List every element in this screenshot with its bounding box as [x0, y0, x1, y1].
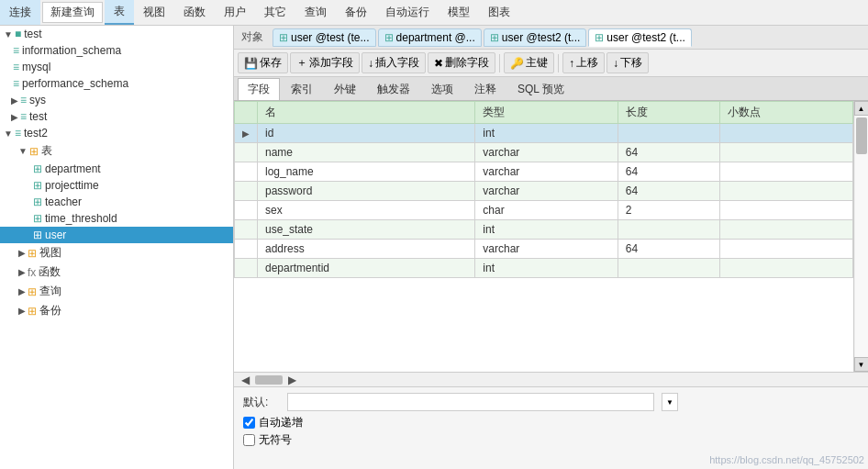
scroll-down-arrow[interactable]: ▼	[854, 357, 869, 372]
field-type-cell[interactable]: char	[475, 201, 618, 220]
field-length-cell[interactable]: 64	[618, 240, 720, 259]
move-down-button[interactable]: ↓ 下移	[606, 52, 649, 73]
auto-increment-checkbox[interactable]	[243, 417, 255, 429]
obj-tab-1[interactable]: ⊞ user @test (te...	[273, 28, 376, 47]
tab-indexes[interactable]: 索引	[281, 78, 323, 100]
field-length-cell[interactable]: 2	[618, 201, 720, 220]
move-up-button[interactable]: ↑ 上移	[562, 52, 605, 73]
menu-query[interactable]: 查询	[295, 0, 336, 25]
field-decimal-cell[interactable]	[720, 201, 853, 220]
obj-tab-4[interactable]: ⊞ user @test2 (t...	[588, 28, 692, 47]
primary-key-button[interactable]: 🔑 主键	[504, 52, 554, 73]
field-name-cell[interactable]: sex	[258, 201, 475, 220]
scroll-up-arrow[interactable]: ▲	[854, 101, 869, 116]
sidebar-item-test-inner[interactable]: ▶ ≡ test	[0, 108, 233, 125]
scroll-thumb[interactable]	[856, 117, 867, 154]
field-decimal-cell[interactable]	[720, 143, 853, 162]
sidebar-item-projecttime[interactable]: ⊞ projecttime	[0, 177, 233, 194]
tab-triggers[interactable]: 触发器	[367, 78, 420, 100]
sidebar-item-department[interactable]: ⊞ department	[0, 161, 233, 177]
field-type-cell[interactable]: int	[475, 220, 618, 240]
obj-tab-2[interactable]: ⊞ department @...	[378, 28, 482, 47]
menu-view[interactable]: 视图	[134, 0, 174, 25]
field-name-cell[interactable]: password	[258, 182, 475, 201]
default-dropdown-btn[interactable]: ▼	[662, 393, 678, 411]
field-length-cell[interactable]	[618, 259, 720, 278]
query-icon: ⊞	[28, 285, 37, 298]
table-row[interactable]: password varchar 64	[235, 182, 853, 201]
table-row[interactable]: address varchar 64	[235, 240, 853, 259]
sidebar-item-sys[interactable]: ▶ ≡ sys	[0, 92, 233, 108]
field-type-cell[interactable]: int	[475, 124, 618, 143]
field-decimal-cell[interactable]	[720, 220, 853, 240]
obj-tab-3[interactable]: ⊞ user @test2 (t...	[484, 28, 587, 47]
save-button[interactable]: 💾 保存	[238, 52, 288, 73]
field-type-cell[interactable]: varchar	[475, 143, 618, 162]
sidebar-item-test-root[interactable]: ▼ ■ test	[0, 26, 233, 42]
field-decimal-cell[interactable]	[720, 259, 853, 278]
field-length-cell[interactable]	[618, 124, 720, 143]
field-name-cell[interactable]: log_name	[258, 162, 475, 182]
field-decimal-cell[interactable]	[720, 162, 853, 182]
sidebar-item-test2[interactable]: ▼ ≡ test2	[0, 125, 233, 141]
hscroll-right-btn[interactable]: ▶	[284, 374, 300, 386]
hscroll-thumb[interactable]	[255, 375, 283, 385]
menu-function[interactable]: 函数	[174, 0, 215, 25]
sidebar-folder-backups[interactable]: ▶ ⊞ 备份	[0, 301, 233, 320]
field-length-cell[interactable]: 64	[618, 182, 720, 201]
field-length-cell[interactable]	[618, 220, 720, 240]
add-field-button[interactable]: ＋ 添加字段	[290, 52, 360, 73]
tab-options[interactable]: 选项	[421, 78, 463, 100]
field-type-cell[interactable]: varchar	[475, 162, 618, 182]
table-row[interactable]: ▶ id int	[235, 124, 853, 143]
sidebar-item-information-schema[interactable]: ≡ information_schema	[0, 42, 233, 59]
unsigned-checkbox[interactable]	[243, 434, 255, 446]
field-length-cell[interactable]: 64	[618, 143, 720, 162]
sidebar-item-mysql[interactable]: ≡ mysql	[0, 59, 233, 75]
table-row[interactable]: name varchar 64	[235, 143, 853, 162]
field-type-cell[interactable]: int	[475, 259, 618, 278]
menu-table[interactable]: 表	[105, 0, 134, 25]
field-type-cell[interactable]: varchar	[475, 240, 618, 259]
sidebar-folder-queries[interactable]: ▶ ⊞ 查询	[0, 282, 233, 301]
hscroll-left-btn[interactable]: ◀	[238, 374, 253, 386]
tab-sql-preview[interactable]: SQL 预览	[507, 78, 574, 100]
tab-fields[interactable]: 字段	[238, 78, 280, 100]
menu-user[interactable]: 用户	[215, 0, 255, 25]
table-row[interactable]: departmentid int	[235, 259, 853, 278]
menu-autorun[interactable]: 自动运行	[376, 0, 439, 25]
table-row[interactable]: log_name varchar 64	[235, 162, 853, 182]
field-name-cell[interactable]: use_state	[258, 220, 475, 240]
tab-comment[interactable]: 注释	[464, 78, 506, 100]
field-name-cell[interactable]: departmentid	[258, 259, 475, 278]
menu-other[interactable]: 其它	[255, 0, 295, 25]
table-row[interactable]: use_state int	[235, 220, 853, 240]
table-row[interactable]: sex char 2	[235, 201, 853, 220]
field-name-cell[interactable]: address	[258, 240, 475, 259]
field-decimal-cell[interactable]	[720, 124, 853, 143]
sidebar-item-performance-schema[interactable]: ≡ performance_schema	[0, 75, 233, 92]
insert-field-button[interactable]: ↓ 插入字段	[362, 52, 426, 73]
menu-connect[interactable]: 连接	[0, 0, 40, 25]
menu-backup[interactable]: 备份	[336, 0, 376, 25]
field-decimal-cell[interactable]	[720, 182, 853, 201]
delete-field-button[interactable]: ✖ 删除字段	[428, 52, 495, 73]
scroll-track[interactable]	[855, 116, 868, 357]
menu-chart[interactable]: 图表	[479, 0, 519, 25]
sidebar-item-user[interactable]: ⊞ user	[0, 227, 233, 243]
field-decimal-cell[interactable]	[720, 240, 853, 259]
sidebar-item-time-threshold[interactable]: ⊞ time_threshold	[0, 210, 233, 227]
field-length-cell[interactable]: 64	[618, 162, 720, 182]
sidebar-folder-functions[interactable]: ▶ fx 函数	[0, 262, 233, 282]
sidebar-folder-tables[interactable]: ▼ ⊞ 表	[0, 141, 233, 161]
vertical-scrollbar[interactable]: ▲ ▼	[853, 101, 868, 372]
sidebar-folder-views[interactable]: ▶ ⊞ 视图	[0, 243, 233, 262]
field-name-cell[interactable]: id	[258, 124, 475, 143]
tab-foreign-keys[interactable]: 外键	[324, 78, 366, 100]
menu-model[interactable]: 模型	[439, 0, 479, 25]
default-input[interactable]	[287, 393, 654, 411]
menu-new-query[interactable]: 新建查询	[42, 2, 103, 23]
field-type-cell[interactable]: varchar	[475, 182, 618, 201]
sidebar-item-teacher[interactable]: ⊞ teacher	[0, 194, 233, 210]
field-name-cell[interactable]: name	[258, 143, 475, 162]
